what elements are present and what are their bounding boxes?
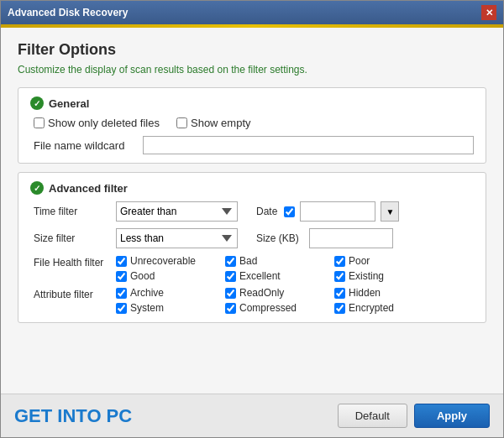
attr-system[interactable]: System bbox=[116, 302, 225, 314]
attr-compressed[interactable]: Compressed bbox=[225, 302, 334, 314]
attr-hidden-checkbox[interactable] bbox=[334, 288, 345, 299]
health-unrecoverable[interactable]: Unrecoverable bbox=[116, 255, 225, 267]
health-existing[interactable]: Existing bbox=[334, 270, 444, 282]
general-section: ✓ General Show only deleted files Show e… bbox=[18, 87, 486, 164]
default-button[interactable]: Default bbox=[338, 404, 407, 428]
size-kb-input[interactable] bbox=[309, 228, 393, 248]
footer-buttons: Default Apply bbox=[338, 404, 490, 428]
time-filter-label: Time filter bbox=[34, 206, 109, 217]
apply-button[interactable]: Apply bbox=[414, 404, 490, 428]
health-unrecoverable-checkbox[interactable] bbox=[116, 256, 127, 267]
date-picker-button[interactable]: ▼ bbox=[381, 201, 399, 222]
health-bad-checkbox[interactable] bbox=[225, 256, 236, 267]
date-input[interactable]: 1/30/2014 bbox=[300, 201, 375, 222]
wildcard-label: File name wildcard bbox=[34, 139, 134, 152]
health-good[interactable]: Good bbox=[116, 270, 225, 282]
attr-encrypted[interactable]: Encrypted bbox=[334, 302, 444, 314]
show-deleted-label[interactable]: Show only deleted files bbox=[34, 117, 160, 129]
general-check-icon: ✓ bbox=[30, 96, 44, 110]
show-empty-checkbox[interactable] bbox=[176, 117, 187, 128]
health-poor-checkbox[interactable] bbox=[334, 256, 345, 267]
attr-readonly[interactable]: ReadOnly bbox=[225, 287, 334, 299]
attr-filter-label: Attribute filter bbox=[34, 287, 109, 300]
general-checkboxes-row: Show only deleted files Show empty bbox=[30, 117, 474, 129]
page-subtitle: Customize the display of scan results ba… bbox=[18, 64, 486, 76]
date-row: 1/30/2014 ▼ bbox=[284, 201, 399, 222]
brand-colored: PC bbox=[102, 405, 133, 426]
attr-readonly-checkbox[interactable] bbox=[225, 288, 236, 299]
brand-text: GET INTO bbox=[14, 405, 102, 426]
general-heading: General bbox=[49, 97, 89, 110]
date-label: Date bbox=[256, 206, 277, 217]
attr-hidden[interactable]: Hidden bbox=[334, 287, 444, 299]
page-title: Filter Options bbox=[18, 41, 486, 59]
footer: GET INTO PC Default Apply bbox=[1, 394, 503, 437]
attr-system-checkbox[interactable] bbox=[116, 303, 127, 314]
footer-brand: GET INTO PC bbox=[14, 405, 132, 427]
advanced-heading: Advanced filter bbox=[49, 182, 128, 195]
show-empty-label[interactable]: Show empty bbox=[176, 117, 251, 129]
attr-encrypted-checkbox[interactable] bbox=[334, 303, 345, 314]
health-good-checkbox[interactable] bbox=[116, 271, 127, 282]
general-header: ✓ General bbox=[30, 96, 474, 110]
health-poor[interactable]: Poor bbox=[334, 255, 444, 267]
health-excellent[interactable]: Excellent bbox=[225, 270, 334, 282]
size-filter-label: Size filter bbox=[34, 232, 109, 244]
window-title: Advanced Disk Recovery bbox=[8, 7, 128, 18]
wildcard-row: File name wildcard bbox=[30, 136, 474, 154]
time-filter-select[interactable]: Greater than Less than Equal to bbox=[116, 201, 238, 222]
content-area: Filter Options Customize the display of … bbox=[1, 28, 503, 394]
health-excellent-checkbox[interactable] bbox=[225, 271, 236, 282]
health-bad[interactable]: Bad bbox=[225, 255, 334, 267]
advanced-header: ✓ Advanced filter bbox=[30, 181, 474, 195]
date-checkbox[interactable] bbox=[284, 206, 295, 217]
advanced-check-icon: ✓ bbox=[30, 181, 44, 195]
close-button[interactable]: ✕ bbox=[481, 5, 496, 20]
attr-compressed-checkbox[interactable] bbox=[225, 303, 236, 314]
show-deleted-checkbox[interactable] bbox=[34, 117, 45, 128]
main-window: Advanced Disk Recovery ✕ Filter Options … bbox=[0, 0, 504, 438]
advanced-section: ✓ Advanced filter Time filter Greater th… bbox=[18, 172, 486, 323]
health-filter-label: File Health filter bbox=[34, 255, 109, 269]
title-bar: Advanced Disk Recovery ✕ bbox=[1, 1, 503, 24]
attr-archive-checkbox[interactable] bbox=[116, 288, 127, 299]
attr-archive[interactable]: Archive bbox=[116, 287, 225, 299]
size-kb-label: Size (KB) bbox=[256, 232, 299, 244]
wildcard-input[interactable] bbox=[143, 136, 474, 154]
health-existing-checkbox[interactable] bbox=[334, 271, 345, 282]
size-filter-select[interactable]: Less than Greater than Equal to bbox=[116, 228, 238, 248]
